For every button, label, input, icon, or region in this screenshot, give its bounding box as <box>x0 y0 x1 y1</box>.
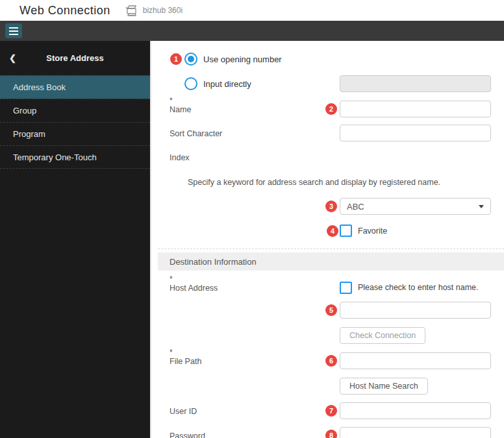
check-connection-row: Check Connection <box>158 327 504 344</box>
host-name-search-row: Host Name Search <box>158 378 504 395</box>
file-path-row: * File Path 6 <box>158 352 504 369</box>
user-id-input[interactable] <box>340 402 491 419</box>
sidebar-item-label: Temporary One-Touch <box>13 152 97 162</box>
check-connection-button[interactable]: Check Connection <box>340 327 425 344</box>
sort-character-label: Sort Character <box>170 129 222 138</box>
index-select-value: ABC <box>347 202 364 212</box>
password-input[interactable] <box>340 427 491 438</box>
host-name-checkbox-label: Please check to enter host name. <box>358 283 479 292</box>
index-select-row: 3 ABC <box>158 198 504 215</box>
index-hint-text: Specify a keyword for address search and… <box>158 178 504 187</box>
sidebar-item-temporary-one-touch[interactable]: Temporary One-Touch <box>0 145 150 169</box>
favorite-row: 4 Favorite <box>158 224 504 237</box>
name-row: * Name 2 <box>158 101 504 117</box>
sidebar-item-label: Address Book <box>13 82 66 92</box>
app-logo: Web Connection <box>19 4 110 18</box>
step-badge-8: 8 <box>325 430 337 438</box>
sort-character-row: Sort Character <box>158 125 504 141</box>
sidebar: ❮ Store Address Address Book Group Progr… <box>0 41 150 438</box>
host-address-row: * Host Address Please check to enter hos… <box>158 279 504 296</box>
sort-character-input[interactable] <box>340 125 491 141</box>
file-path-label: File Path <box>170 357 201 366</box>
input-directly-row: Input directly <box>158 75 504 93</box>
sidebar-item-program[interactable]: Program <box>0 122 150 145</box>
name-label: Name <box>170 105 191 114</box>
host-name-checkbox[interactable] <box>340 282 352 294</box>
step-badge-2: 2 <box>325 103 337 115</box>
step-badge-3: 3 <box>325 201 337 212</box>
input-directly-radio[interactable] <box>184 77 197 90</box>
sidebar-item-address-book[interactable]: Address Book <box>0 75 150 99</box>
device-info: bizhub 360i <box>125 5 183 17</box>
index-select[interactable]: ABC <box>340 198 491 215</box>
destination-section-title: Destination Information <box>170 257 257 267</box>
step-badge-4: 4 <box>327 225 338 237</box>
file-path-input[interactable] <box>340 352 491 369</box>
required-mark: * <box>170 96 173 105</box>
sidebar-item-label: Group <box>13 106 36 116</box>
host-name-search-button[interactable]: Host Name Search <box>340 378 428 395</box>
input-directly-label: Input directly <box>203 79 251 89</box>
step-badge-6: 6 <box>325 355 337 367</box>
chevron-down-icon <box>479 205 484 208</box>
host-address-input-row: 5 <box>158 302 504 319</box>
favorite-label: Favorite <box>358 226 387 236</box>
sidebar-title: Store Address <box>46 53 103 63</box>
device-name: bizhub 360i <box>143 6 183 15</box>
section-divider <box>158 249 504 249</box>
password-label: Password <box>170 432 205 438</box>
sidebar-item-label: Program <box>13 129 45 139</box>
required-mark: * <box>170 348 173 357</box>
destination-section-header: Destination Information <box>158 252 504 271</box>
sidebar-header: ❮ Store Address <box>0 41 150 75</box>
required-mark: * <box>170 274 173 284</box>
direct-number-input <box>340 75 491 92</box>
use-opening-number-label: Use opening number <box>203 55 282 64</box>
menu-bar <box>0 21 504 41</box>
sidebar-item-group[interactable]: Group <box>0 99 150 122</box>
step-badge-7: 7 <box>325 405 337 417</box>
registration-number-row: 1 Use opening number <box>158 50 504 68</box>
app-header: Web Connection bizhub 360i <box>0 0 504 21</box>
user-id-label: User ID <box>170 407 197 416</box>
hamburger-menu-icon[interactable] <box>5 23 22 38</box>
step-badge-1: 1 <box>170 53 182 65</box>
user-id-row: User ID 7 <box>158 402 504 419</box>
favorite-checkbox[interactable] <box>340 225 352 237</box>
step-badge-5: 5 <box>325 304 337 316</box>
main-content: 1 Use opening number Input directly * Na… <box>150 41 504 438</box>
name-input[interactable] <box>340 101 491 117</box>
host-address-label: Host Address <box>170 284 218 293</box>
index-label: Index <box>158 153 504 162</box>
back-chevron-icon[interactable]: ❮ <box>9 53 16 63</box>
use-opening-number-radio[interactable] <box>184 53 197 66</box>
host-address-input[interactable] <box>340 302 491 319</box>
printer-icon <box>125 5 139 17</box>
password-row: Password 8 <box>158 427 504 438</box>
